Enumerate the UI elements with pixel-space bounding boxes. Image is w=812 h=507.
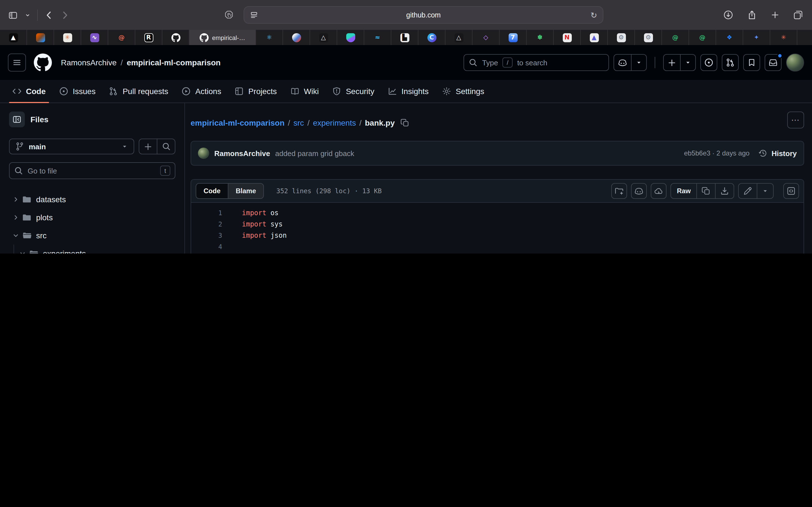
tab-r-logo[interactable]: R	[135, 30, 162, 45]
new-tab-icon[interactable]	[771, 11, 779, 19]
line-number[interactable]: 3	[191, 230, 222, 241]
tab-cube[interactable]: ◇	[472, 30, 500, 45]
code-line[interactable]: 2import sys	[191, 219, 804, 230]
blame-tab[interactable]: Blame	[229, 184, 263, 198]
code-line[interactable]: 5# Prevent Python from caching bytecode …	[191, 252, 804, 253]
copilot-chevron-icon[interactable]	[631, 55, 646, 70]
chevron-down-icon[interactable]	[18, 250, 27, 253]
code-tab[interactable]: Code	[196, 184, 229, 198]
user-avatar[interactable]	[786, 54, 804, 71]
line-number[interactable]: 4	[191, 241, 222, 252]
code-line[interactable]: 4	[191, 241, 804, 252]
edit-caret-icon[interactable]	[757, 184, 773, 198]
tab-blue-seven[interactable]: 7	[500, 30, 527, 45]
repo-link[interactable]: empirical-ml-comparison	[126, 58, 220, 67]
commit-sha[interactable]: eb5b6e3	[684, 149, 710, 157]
copilot-icon[interactable]	[614, 55, 631, 70]
file-options-kebab-button[interactable]: ⋯	[787, 112, 804, 128]
tab-gemini[interactable]: ✦	[743, 30, 770, 45]
tab-purple-wave[interactable]: ∿	[81, 30, 108, 45]
tab-typing-quest[interactable]	[27, 30, 54, 45]
tab-mono-blocks[interactable]: ▙	[391, 30, 418, 45]
tab-coral-star[interactable]: ✳	[770, 30, 797, 45]
back-icon[interactable]	[45, 10, 54, 19]
go-to-file-input[interactable]: Go to file t	[9, 162, 175, 179]
symbols-panel-button[interactable]	[783, 183, 799, 199]
edit-pencil-icon[interactable]	[739, 184, 757, 198]
downloads-icon[interactable]	[723, 10, 733, 20]
branch-selector[interactable]: main	[9, 138, 134, 154]
copy-file-icon[interactable]	[696, 184, 715, 198]
codespaces-button[interactable]	[651, 183, 667, 199]
latest-commit-bar[interactable]: RamonsArchive added param grid gback eb5…	[191, 141, 804, 166]
tab-settings[interactable]: Settings	[438, 80, 489, 103]
tab-claude[interactable]: ✳	[54, 30, 81, 45]
tree-item-plots[interactable]: plots	[9, 209, 177, 226]
tree-item-experiments[interactable]: experiments	[9, 244, 177, 253]
commit-message[interactable]: added param grid gback	[275, 149, 354, 158]
inbox-button[interactable]	[765, 54, 781, 71]
chevron-right-icon[interactable]	[11, 214, 20, 221]
tab-projects[interactable]: Projects	[231, 80, 282, 103]
tab-issues[interactable]: Issues	[55, 80, 100, 103]
history-button[interactable]: History	[758, 149, 797, 158]
breadcrumb-experiments[interactable]: experiments	[313, 118, 356, 127]
tab-tailwind[interactable]: ≈	[364, 30, 391, 45]
tab-code[interactable]: Code	[8, 80, 50, 103]
copy-path-icon[interactable]	[400, 118, 409, 127]
github-logo-icon[interactable]	[34, 54, 52, 71]
plus-icon[interactable]	[664, 55, 680, 70]
create-chevron-icon[interactable]	[680, 55, 695, 70]
tab-gear-light[interactable]: ⚙	[608, 30, 635, 45]
chevron-right-icon[interactable]	[11, 196, 20, 203]
tab-coral-spiral[interactable]: @	[108, 30, 135, 45]
code-line[interactable]: 1import os	[191, 207, 804, 219]
search-tree-button[interactable]	[157, 139, 175, 154]
tab-prism-2[interactable]: △	[446, 30, 472, 45]
address-bar[interactable]: github.com ↻	[244, 6, 603, 24]
tab-overview-icon[interactable]	[794, 10, 803, 20]
tab-empirical-ml[interactable]: empirical-…	[190, 30, 256, 45]
pull-requests-button[interactable]	[722, 54, 739, 71]
tree-item-src[interactable]: src	[9, 226, 177, 244]
breadcrumb-src[interactable]: src	[294, 118, 304, 127]
code-line[interactable]: 3import json	[191, 230, 804, 241]
tab-green-spiral-2[interactable]: @	[689, 30, 716, 45]
bookmark-button[interactable]	[743, 54, 760, 71]
tab-green-spiral[interactable]: @	[662, 30, 689, 45]
folder-sparkle-button[interactable]	[612, 183, 627, 199]
tab-jira[interactable]: ❖	[716, 30, 743, 45]
download-file-icon[interactable]	[715, 184, 733, 198]
tab-nav-arrow[interactable]: ▲	[581, 30, 608, 45]
tab-react[interactable]: ⚛	[256, 30, 283, 45]
tab-actions[interactable]: Actions	[177, 80, 226, 103]
share-icon[interactable]	[747, 10, 757, 20]
tab-circle-c[interactable]: C	[418, 30, 446, 45]
tab-prism[interactable]: △	[310, 30, 337, 45]
commit-author[interactable]: RamonsArchive	[214, 149, 270, 158]
sidebar-toggle-icon[interactable]	[8, 10, 18, 19]
tab-gear-light-2[interactable]: ⚙	[635, 30, 662, 45]
tab-pull-requests[interactable]: Pull requests	[105, 80, 173, 103]
line-number[interactable]: 1	[191, 207, 222, 219]
commit-author-avatar[interactable]	[198, 148, 209, 159]
tab-netflix[interactable]: N	[554, 30, 581, 45]
line-number[interactable]: 2	[191, 219, 222, 230]
hamburger-menu-button[interactable]	[8, 54, 26, 71]
tab-security[interactable]: Security	[328, 80, 379, 103]
global-search-input[interactable]: Type / to search	[463, 54, 609, 71]
tab-green-quad[interactable]: ✽	[527, 30, 554, 45]
add-file-button[interactable]	[139, 139, 157, 154]
tab-shield-teal[interactable]	[337, 30, 364, 45]
tab-group-chevron-icon[interactable]	[25, 12, 31, 18]
code-content[interactable]: 1import os2import sys3import json45# Pre…	[191, 203, 804, 253]
breadcrumb-repo[interactable]: empirical-ml-comparison	[191, 118, 285, 127]
tab-github[interactable]	[162, 30, 190, 45]
tab-vercel[interactable]: ▲	[0, 30, 27, 45]
owner-link[interactable]: RamonsArchive	[61, 58, 117, 67]
copilot-file-button[interactable]	[631, 183, 647, 199]
raw-button[interactable]: Raw	[671, 184, 696, 198]
tab-shield-tricolor[interactable]	[283, 30, 310, 45]
tree-item-datasets[interactable]: datasets	[9, 190, 177, 209]
content-blocker-icon[interactable]	[224, 10, 234, 19]
